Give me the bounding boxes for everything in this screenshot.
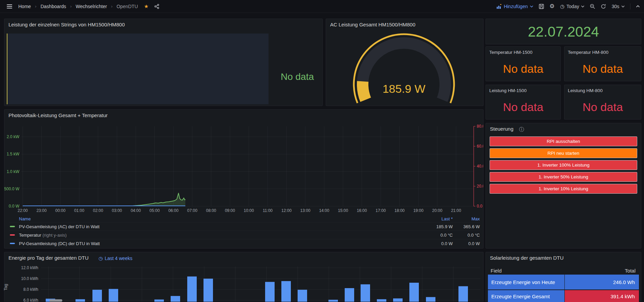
svg-text:2.0 kW: 2.0 kW: [7, 134, 20, 139]
control-button[interactable]: 1. Inverter 10% Leistung: [490, 184, 637, 194]
panel-title[interactable]: Steuerung: [490, 126, 513, 132]
info-icon[interactable]: ⓘ: [519, 126, 524, 133]
legend-series-name[interactable]: Temperatur (right y-axis): [19, 233, 415, 238]
legend-header: Name Last * Max: [9, 215, 480, 222]
control-button[interactable]: 1. Inverter 100% Leistung: [490, 160, 637, 170]
panel-stat-power_hm1500[interactable]: Leistung HM-1500No data: [486, 85, 561, 120]
svg-text:04:00: 04:00: [131, 208, 141, 213]
svg-text:60.0 °C: 60.0 °C: [477, 144, 483, 149]
svg-text:17:00: 17:00: [375, 208, 386, 213]
svg-text:06:00: 06:00: [168, 208, 178, 213]
legend-max-value: 0.0 W: [453, 241, 480, 246]
svg-text:10.0 kWh: 10.0 kWh: [21, 276, 38, 281]
svg-text:13:00: 13:00: [300, 208, 310, 213]
svg-text:40.0 °C: 40.0 °C: [477, 164, 483, 169]
legend-series-name[interactable]: PV-Gesamtleistung (AC) der DTU in Watt: [19, 224, 415, 229]
panel-strings-power[interactable]: Leistung der einzelnen Strings von HM150…: [4, 19, 323, 106]
stat-value: No data: [564, 100, 641, 114]
legend-sort-last[interactable]: Last *: [415, 216, 453, 221]
nav-divider: [630, 3, 630, 9]
bar-chart[interactable]: 12.0 kWh10.0 kWh8.0 kWh6.0 kWh: [4, 252, 483, 302]
legend-last-value: 0.0 °C: [415, 233, 453, 238]
legend-max-value: 0.0 °C: [453, 233, 480, 238]
panel-pv-chart[interactable]: Photovoltaik-Leistung Gesamt + Temperatu…: [4, 109, 484, 249]
table-row[interactable]: Erzeugte Energie von Heute246.0 Wh: [488, 275, 639, 289]
plot-area: [7, 34, 269, 104]
svg-text:05:00: 05:00: [150, 208, 160, 213]
svg-text:80.0 °C: 80.0 °C: [477, 124, 483, 129]
legend-sort-max[interactable]: Max: [453, 216, 480, 221]
svg-text:16:00: 16:00: [357, 208, 367, 213]
svg-text:6.0 kWh: 6.0 kWh: [23, 298, 38, 302]
panel-stat-temp_hm800[interactable]: Temperatur HM-800No data: [564, 46, 641, 81]
breadcrumb-dashboards[interactable]: Dashboards: [41, 4, 66, 9]
gauge: 185.9 W: [326, 19, 483, 106]
refresh-icon[interactable]: [601, 4, 606, 9]
control-button[interactable]: RPI neu starten: [490, 148, 637, 158]
series-color-dash: [10, 226, 15, 227]
panel-stat-temp_hm1500[interactable]: Temperatur HM-1500No data: [486, 46, 561, 81]
column-total[interactable]: Total: [625, 268, 636, 274]
save-dashboard-icon[interactable]: [539, 4, 544, 9]
chart-plus-icon: [496, 4, 502, 9]
zoom-out-icon[interactable]: [590, 4, 595, 9]
panel-stat-power_hm800[interactable]: Leistung HM-800No data: [564, 85, 641, 120]
legend-sort-name[interactable]: Name: [19, 216, 415, 221]
no-data-label: No data: [272, 71, 323, 82]
scrollbar-thumb[interactable]: [49, 299, 62, 302]
panel-title[interactable]: Temperatur HM-800: [568, 50, 608, 55]
share-icon[interactable]: [154, 4, 159, 9]
panel-energy-bars[interactable]: Energie pro Tag der gesamten DTU ◷ Last …: [4, 252, 484, 302]
column-field[interactable]: Field: [491, 268, 502, 274]
svg-text:21:00: 21:00: [451, 208, 461, 213]
panel-title[interactable]: Solarleistung der gesamten DTU: [490, 255, 564, 261]
panel-ac-gauge[interactable]: AC Leistung Gesamt HM1500/HM800 185.9 W: [326, 19, 484, 106]
chevron-down-icon: [530, 5, 533, 7]
svg-text:23:00: 23:00: [37, 208, 47, 213]
svg-text:185.9 W: 185.9 W: [383, 82, 426, 95]
legend-max-value: 365.6 W: [453, 224, 480, 229]
panel-steuerung[interactable]: Steuerung ⓘ RPI ausschaltenRPI neu start…: [486, 123, 641, 249]
time-range-picker[interactable]: ◷ Today: [560, 3, 584, 9]
svg-text:00:00: 00:00: [55, 208, 65, 213]
breadcrumb-separator: ›: [70, 4, 71, 9]
control-button[interactable]: 1. Inverter 50% Leistung: [490, 172, 637, 182]
panel-title[interactable]: Leistung HM-1500: [489, 88, 527, 93]
stat-value: No data: [564, 62, 641, 76]
breadcrumb-wechselrichter[interactable]: Wechselrichter: [76, 4, 107, 9]
svg-text:0.0 W: 0.0 W: [9, 204, 20, 209]
add-panel-button[interactable]: Hinzufügen: [496, 4, 533, 9]
refresh-interval-dropdown[interactable]: 30s: [611, 4, 625, 9]
legend-last-value: 185.9 W: [415, 224, 453, 229]
svg-text:12.0 kWh: 12.0 kWh: [21, 265, 38, 270]
dashboard-settings-icon[interactable]: ⚙: [550, 4, 555, 9]
y-axis-label: Tag: [3, 284, 8, 290]
svg-text:01:00: 01:00: [74, 208, 84, 213]
svg-text:02:00: 02:00: [93, 208, 103, 213]
legend-series-name[interactable]: PV-Gesamtleistung (DC) der DTU in Watt: [19, 241, 415, 246]
collapse-nav-icon[interactable]: [636, 5, 640, 8]
menu-icon[interactable]: [4, 3, 15, 10]
panel-solar-table[interactable]: Solarleistung der gesamten DTU Field Tot…: [486, 252, 641, 302]
svg-text:8.0 kWh: 8.0 kWh: [23, 287, 38, 292]
table-header: Field Total: [491, 268, 636, 274]
svg-text:11:00: 11:00: [263, 208, 273, 213]
svg-text:14:00: 14:00: [319, 208, 329, 213]
svg-text:03:00: 03:00: [112, 208, 122, 213]
panel-date[interactable]: 22.07.2024: [486, 19, 641, 44]
cell-field: Erzeugte Energie von Heute: [488, 275, 565, 289]
panel-title[interactable]: Leistung der einzelnen Strings von HM150…: [8, 22, 125, 27]
panel-title[interactable]: Temperatur HM-1500: [489, 50, 533, 55]
chevron-down-icon: [581, 5, 584, 7]
legend-row: PV-Gesamtleistung (AC) der DTU in Watt18…: [9, 222, 480, 231]
breadcrumb-home[interactable]: Home: [18, 4, 31, 9]
grafana-dashboard: Home › Dashboards › Wechselrichter › Ope…: [0, 0, 644, 302]
series-color-dash: [10, 243, 15, 244]
favorite-star-icon[interactable]: ★: [144, 3, 148, 9]
control-button[interactable]: RPI ausschalten: [490, 136, 637, 146]
table-row[interactable]: Erzeugte Energie Gesamt391.4 kWh: [488, 290, 639, 302]
panel-title[interactable]: Leistung HM-800: [568, 88, 603, 93]
legend-last-value: 0.0 W: [415, 241, 453, 246]
legend-row: Temperatur (right y-axis)0.0 °C0.0 °C: [9, 231, 480, 239]
cell-total: 391.4 kWh: [565, 290, 639, 302]
